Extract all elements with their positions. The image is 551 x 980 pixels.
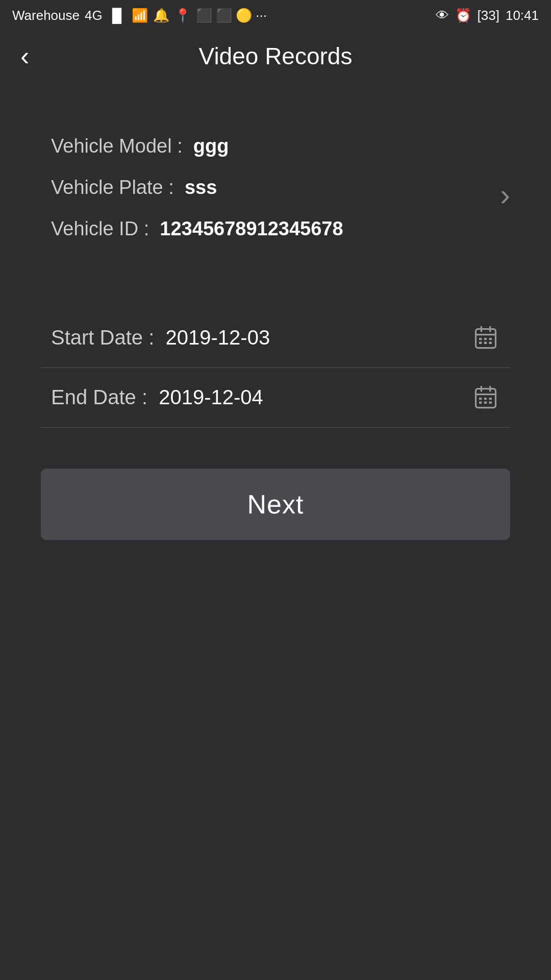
end-date-label-value: End Date : 2019-12-04 <box>51 386 263 409</box>
vehicle-model-label: Vehicle Model : <box>51 135 183 157</box>
svg-rect-7 <box>479 341 482 344</box>
date-section: Start Date : 2019-12-03 <box>41 308 510 428</box>
signal-icon: ▐▌ <box>108 8 127 23</box>
page-title: Video Records <box>199 42 353 70</box>
svg-rect-14 <box>479 398 482 400</box>
end-date-calendar-button[interactable] <box>471 383 500 412</box>
start-date-row[interactable]: Start Date : 2019-12-03 <box>41 308 510 368</box>
status-right: 👁 ⏰ [33] 10:41 <box>436 8 539 23</box>
svg-rect-19 <box>489 401 492 403</box>
status-bar: Warehouse 4G ▐▌ 📶 🔔 📍 ⬛ ⬛ 🟡 ··· 👁 ⏰ [33]… <box>0 0 551 31</box>
back-button[interactable]: ‹ <box>20 43 29 69</box>
page-header: ‹ Video Records <box>0 31 551 82</box>
start-date-label-value: Start Date : 2019-12-03 <box>51 326 270 349</box>
svg-rect-17 <box>479 401 482 403</box>
svg-rect-16 <box>489 398 492 400</box>
start-date-value: 2019-12-03 <box>166 326 270 349</box>
calendar-icon <box>472 384 499 411</box>
svg-rect-8 <box>484 341 487 344</box>
battery-level: 33 <box>481 8 496 23</box>
location-icon: 📍 <box>174 8 191 23</box>
vehicle-id-label: Vehicle ID : <box>51 218 149 239</box>
eye-icon: 👁 <box>436 8 449 23</box>
vehicle-model-value: ggg <box>193 135 229 157</box>
time-display: 10:41 <box>506 8 539 23</box>
end-date-value: 2019-12-04 <box>159 386 263 408</box>
app-icons: ⬛ ⬛ 🟡 ··· <box>196 8 267 23</box>
svg-rect-5 <box>484 338 487 340</box>
next-button-wrapper: Next <box>41 438 510 540</box>
wifi-icon: 📶 <box>132 8 148 23</box>
svg-rect-18 <box>484 401 487 403</box>
svg-rect-9 <box>489 341 492 344</box>
end-date-row[interactable]: End Date : 2019-12-04 <box>41 368 510 428</box>
vehicle-plate-label: Vehicle Plate : <box>51 177 174 198</box>
start-date-calendar-button[interactable] <box>471 324 500 352</box>
calendar-icon <box>472 325 499 351</box>
end-date-label: End Date : <box>51 386 147 408</box>
svg-rect-4 <box>479 338 482 340</box>
carrier-label: Warehouse <box>12 8 80 23</box>
svg-rect-15 <box>484 398 487 400</box>
vehicle-plate-value: sss <box>185 177 217 198</box>
main-content: Vehicle Model : ggg Vehicle Plate : sss … <box>0 82 551 540</box>
vehicle-id-value: 12345678912345678 <box>160 218 343 239</box>
status-left: Warehouse 4G ▐▌ 📶 🔔 📍 ⬛ ⬛ 🟡 ··· <box>12 8 267 23</box>
next-button[interactable]: Next <box>41 469 510 540</box>
battery-indicator: [33] <box>478 8 499 23</box>
start-date-label: Start Date : <box>51 326 154 349</box>
vehicle-id-row: Vehicle ID : 12345678912345678 <box>51 215 500 242</box>
notification-icon: 🔔 <box>153 8 169 23</box>
alarm-icon: ⏰ <box>455 8 471 23</box>
chevron-right-icon: › <box>500 180 510 210</box>
vehicle-model-row: Vehicle Model : ggg <box>51 133 500 160</box>
svg-rect-6 <box>489 338 492 340</box>
network-icon: 4G <box>85 8 103 23</box>
vehicle-plate-row: Vehicle Plate : sss <box>51 174 500 201</box>
vehicle-info-section[interactable]: Vehicle Model : ggg Vehicle Plate : sss … <box>41 112 510 278</box>
